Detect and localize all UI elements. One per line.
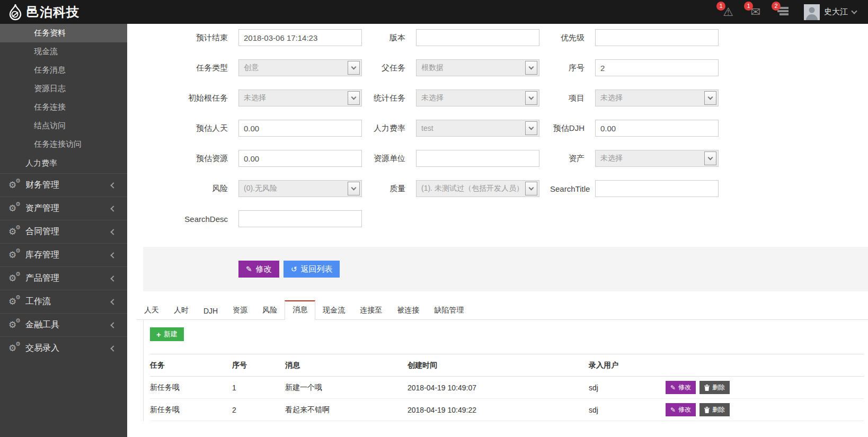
- tab-link-to[interactable]: 连接至: [352, 301, 389, 320]
- tab-person-hours[interactable]: 人时: [166, 301, 196, 320]
- row-edit-button[interactable]: ✎ 修改: [666, 381, 696, 394]
- sidebar-item-task-link-visit[interactable]: 任务连接访问: [0, 135, 127, 154]
- edit-icon: ✎: [670, 384, 676, 391]
- tab-defects[interactable]: 缺陷管理: [427, 301, 471, 320]
- search-title-input[interactable]: [595, 180, 719, 197]
- parent-task-label: 父任务: [373, 63, 405, 73]
- project-select[interactable]: 未选择: [595, 90, 719, 106]
- brand[interactable]: 邑泊科技: [0, 4, 79, 21]
- sidebar-section-inventory[interactable]: ⚙ 库存管理: [0, 243, 127, 266]
- search-desc-label: SearchDesc: [137, 215, 228, 224]
- parent-task-select[interactable]: 根数据: [416, 59, 539, 76]
- chevron-left-icon: [110, 299, 116, 305]
- cell-seq: 1: [232, 384, 285, 392]
- search-title-label: SearchTitle: [550, 184, 584, 193]
- sidebar-section-products[interactable]: ⚙ 产品管理: [0, 266, 127, 290]
- plus-icon: +: [156, 330, 161, 339]
- est-days-input[interactable]: [238, 120, 362, 137]
- user-name: 史大江: [824, 7, 848, 17]
- sidebar-section-trade-entry[interactable]: ⚙ 交易录入: [0, 336, 127, 360]
- version-input[interactable]: [416, 29, 539, 46]
- warning-badge: 1: [716, 2, 725, 11]
- chevron-down-icon: [704, 91, 716, 105]
- back-to-list-button[interactable]: ↺ 返回列表: [284, 261, 340, 278]
- chevron-down-icon: [348, 91, 360, 105]
- quality-select[interactable]: (1). 未测试过（包括开发人员）: [416, 180, 539, 197]
- asset-select[interactable]: 未选择: [595, 150, 719, 167]
- sidebar-item-labor-rate[interactable]: 人力费率: [0, 154, 127, 173]
- sidebar-item-node-visit[interactable]: 结点访问: [0, 117, 127, 135]
- col-seq: 序号: [232, 361, 285, 370]
- tasks-badge: 2: [772, 2, 781, 11]
- est-resource-label: 预估资源: [137, 154, 228, 164]
- est-djh-input[interactable]: [595, 120, 719, 137]
- seq-input[interactable]: [595, 59, 719, 76]
- sidebar-section-workflow[interactable]: ⚙ 工作流: [0, 290, 127, 313]
- row-edit-button[interactable]: ✎ 修改: [666, 403, 696, 416]
- trash-icon: [704, 407, 710, 413]
- cell-task: 新任务哦: [150, 383, 232, 393]
- risk-label: 风险: [137, 184, 228, 194]
- user-menu[interactable]: 史大江: [804, 4, 856, 20]
- tab-resource[interactable]: 资源: [225, 301, 255, 320]
- tab-linked-from[interactable]: 被连接: [389, 301, 427, 320]
- chevron-left-icon: [110, 275, 116, 281]
- sidebar-item-task-link[interactable]: 任务连接: [0, 98, 127, 117]
- stat-task-select[interactable]: 未选择: [416, 90, 539, 106]
- priority-input[interactable]: [595, 29, 719, 46]
- sidebar-section-contracts[interactable]: ⚙ 合同管理: [0, 220, 127, 243]
- avatar: [804, 4, 820, 20]
- gears-icon: ⚙: [8, 249, 25, 261]
- project-label: 项目: [550, 93, 584, 103]
- brand-logo-icon: [7, 4, 23, 21]
- gears-icon: ⚙: [8, 343, 25, 354]
- gears-icon: ⚙: [8, 273, 25, 284]
- tab-risk[interactable]: 风险: [255, 301, 285, 320]
- tab-message[interactable]: 消息: [285, 300, 315, 320]
- message-table: 任务 序号 消息 创建时间 录入用户 新任务哦 1 新建一个哦 2018-04-…: [150, 354, 864, 421]
- risk-select[interactable]: (0).无风险: [238, 180, 362, 197]
- tasks-notification[interactable]: 2: [776, 5, 790, 19]
- sidebar: 任务资料 现金流 任务消息 资源日志 任务连接 结点访问 任务连接访问 人力费率…: [0, 24, 127, 437]
- task-type-select[interactable]: 创意: [238, 59, 362, 76]
- tab-djh[interactable]: DJH: [196, 302, 225, 320]
- sidebar-item-resource-log[interactable]: 资源日志: [0, 79, 127, 98]
- warning-notification[interactable]: ⚠ 1: [721, 5, 735, 19]
- table-row: 新任务哦 1 新建一个哦 2018-04-19 10:49:07 sdj ✎ 修…: [150, 377, 864, 399]
- edit-button[interactable]: ✎ 修改: [238, 261, 279, 278]
- sidebar-item-cashflow[interactable]: 现金流: [0, 42, 127, 61]
- end-date-label: 预计结束: [137, 33, 228, 43]
- gears-icon: ⚙: [8, 203, 25, 214]
- sidebar-section-assets[interactable]: ⚙ 资产管理: [0, 197, 127, 220]
- sidebar-section-finance[interactable]: ⚙ 财务管理: [0, 173, 127, 197]
- chevron-down-icon: [348, 61, 360, 75]
- resource-unit-label: 资源单位: [373, 154, 405, 164]
- seq-label: 序号: [550, 63, 584, 73]
- sidebar-section-financial-tools[interactable]: ⚙ 金融工具: [0, 313, 127, 336]
- chevron-down-icon: [525, 61, 537, 75]
- col-task: 任务: [150, 361, 232, 370]
- tab-cashflow[interactable]: 现金流: [315, 301, 352, 320]
- sidebar-item-task-info[interactable]: 任务资料: [0, 24, 127, 42]
- row-delete-button[interactable]: 删除: [699, 403, 730, 416]
- sidebar-item-task-message[interactable]: 任务消息: [0, 61, 127, 79]
- undo-icon: ↺: [291, 265, 297, 273]
- est-djh-label: 预估DJH: [550, 123, 584, 133]
- edit-icon: ✎: [246, 265, 252, 273]
- chevron-left-icon: [110, 182, 116, 188]
- chevron-down-icon: [851, 8, 857, 14]
- tab-person-days[interactable]: 人天: [137, 301, 166, 320]
- trash-icon: [704, 385, 710, 391]
- labor-rate-label: 人力费率: [373, 123, 405, 133]
- row-delete-button[interactable]: 删除: [699, 381, 730, 394]
- est-resource-input[interactable]: [238, 150, 362, 167]
- resource-unit-input[interactable]: [416, 150, 539, 167]
- new-button[interactable]: + 新建: [150, 327, 184, 341]
- search-desc-input[interactable]: [238, 210, 362, 227]
- chevron-left-icon: [110, 206, 116, 211]
- mail-notification[interactable]: ✉ 1: [749, 5, 763, 19]
- gears-icon: ⚙: [8, 296, 25, 307]
- labor-rate-select[interactable]: test: [416, 120, 539, 137]
- end-date-input[interactable]: [238, 29, 362, 46]
- initial-root-select[interactable]: 未选择: [238, 90, 362, 106]
